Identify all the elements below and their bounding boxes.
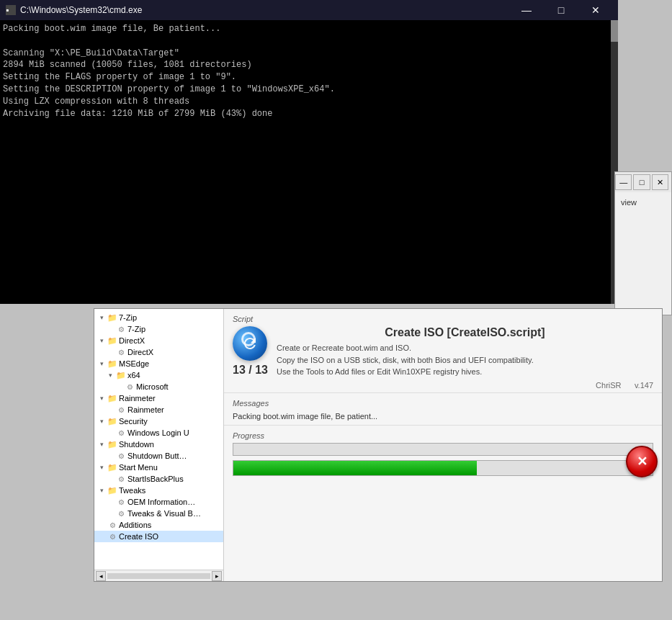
script-section-label: Script	[233, 315, 653, 323]
refresh-icon	[241, 335, 259, 352]
tree-label-rainmeter: Rainmeter	[119, 394, 156, 403]
toggle-createiso	[97, 532, 106, 541]
gear-icon-oem: ⚙	[116, 497, 126, 507]
tree-item-windows-login[interactable]: ⚙ Windows Login U	[94, 427, 223, 439]
toggle-shutdown: ▾	[97, 440, 106, 449]
cmd-titlebar: ▪ C:\Windows\System32\cmd.exe — □ ✕	[0, 0, 618, 20]
script-author: ChriSR v.147	[277, 381, 653, 390]
tree-label-7zip: 7-Zip	[119, 313, 137, 322]
progress-label: Progress	[233, 431, 653, 440]
folder-icon-security: 📁	[107, 416, 117, 426]
tree-label-security: Security	[119, 417, 148, 426]
messages-section: Messages Packing boot.wim image file, Be…	[224, 393, 662, 426]
tree-item-security[interactable]: ▾ 📁 Security	[94, 415, 223, 427]
tree-item-shutdown[interactable]: ▾ 📁 Shutdown	[94, 439, 223, 450]
tree-label-directx-child: DirectX	[127, 348, 153, 356]
progress-bar-1-container	[233, 443, 653, 456]
script-text-3: Use the Tools to Add files or Edit Win10…	[277, 366, 653, 378]
tree-label-shutdown-btn: Shutdown Butt…	[127, 451, 187, 460]
tree-item-7zip-child[interactable]: ⚙ 7-Zip	[94, 323, 223, 335]
tree-item-additions[interactable]: ⚙ Additions	[94, 519, 223, 531]
cmd-output: Packing boot.wim image file, Be patient.…	[3, 23, 615, 120]
tree-item-7zip[interactable]: ▾ 📁 7-Zip	[94, 312, 223, 323]
folder-icon-msedge: 📁	[107, 359, 117, 369]
tree-item-startisback[interactable]: ⚙ StartIsBackPlus	[94, 473, 223, 485]
folder-icon-7zip: 📁	[107, 313, 117, 323]
tree-item-startmenu[interactable]: ▾ 📁 Start Menu	[94, 462, 223, 473]
tree-hscrollbar: ◂ ▸	[94, 570, 223, 581]
cmd-line-7: Using LZX compression with 8 threads	[3, 96, 606, 108]
gear-icon-microsoft: ⚙	[125, 382, 135, 392]
tree-item-directx[interactable]: ▾ 📁 DirectX	[94, 335, 223, 346]
toggle-directx-child	[106, 348, 115, 356]
folder-icon-tweaks: 📁	[107, 485, 117, 495]
tree-item-rainmeter-child[interactable]: ⚙ Rainmeter	[94, 404, 223, 415]
tree-item-tweaks-visual[interactable]: ⚙ Tweaks & Visual B…	[94, 508, 223, 519]
cmd-line-6: Setting the DESCRIPTION property of imag…	[3, 84, 606, 96]
progress-section: Progress ✕	[224, 426, 662, 482]
gear-icon-startisback: ⚙	[116, 474, 126, 484]
toggle-rainmeter-child	[106, 405, 115, 414]
cmd-minimize-button[interactable]: —	[510, 0, 543, 20]
toggle-tweaks-visual	[106, 509, 115, 518]
folder-icon-x64: 📁	[116, 370, 126, 380]
cmd-scrollbar-thumb	[611, 20, 618, 42]
tree-label-shutdown: Shutdown	[119, 440, 154, 449]
script-header: Script 13 / 13 Create ISO [CreateISO.scr…	[224, 309, 662, 393]
tree-label-startisback: StartIsBackPlus	[127, 475, 184, 483]
toggle-oem	[106, 498, 115, 506]
toggle-security: ▾	[97, 417, 106, 426]
tree-label-x64: x64	[127, 371, 140, 379]
cmd-close-button[interactable]: ✕	[579, 0, 612, 20]
cmd-line-4: 2894 MiB scanned (10050 files, 1081 dire…	[3, 59, 606, 71]
bg-view-text: view	[621, 198, 637, 207]
bg-maximize-button[interactable]: □	[633, 174, 650, 190]
toggle-directx: ▾	[97, 336, 106, 345]
script-text-2: Copy the ISO on a USB stick, disk, with …	[277, 354, 653, 367]
progress-bar-2-fill	[233, 461, 477, 475]
bg-minimize-button[interactable]: —	[615, 174, 632, 190]
folder-icon-rainmeter: 📁	[107, 393, 117, 403]
toggle-startmenu: ▾	[97, 463, 106, 472]
gear-icon-shutdown: ⚙	[116, 451, 126, 461]
cmd-icon: ▪	[6, 5, 16, 15]
right-panel: Script 13 / 13 Create ISO [CreateISO.scr…	[224, 309, 662, 581]
cmd-maximize-button[interactable]: □	[545, 0, 578, 20]
toggle-windows-login	[106, 428, 115, 437]
folder-icon-startmenu: 📁	[107, 462, 117, 472]
script-version: v.147	[635, 381, 653, 390]
tree-label-additions: Additions	[119, 521, 151, 529]
script-icon-area: 13 / 13	[233, 326, 268, 377]
folder-icon-directx: 📁	[107, 336, 117, 346]
tree-item-shutdown-btn[interactable]: ⚙ Shutdown Butt…	[94, 450, 223, 462]
toggle-startisback	[106, 475, 115, 483]
bg-close-button[interactable]: ✕	[652, 174, 668, 190]
gear-icon-tweaks-visual: ⚙	[116, 508, 126, 518]
tree-label-createiso: Create ISO	[119, 532, 158, 541]
tree-label-msedge: MSEdge	[119, 359, 149, 368]
toggle-tweaks: ▾	[97, 486, 106, 495]
cmd-controls: — □ ✕	[510, 0, 612, 20]
toggle-additions	[97, 521, 106, 529]
tree-item-tweaks[interactable]: ▾ 📁 Tweaks	[94, 485, 223, 496]
tree-item-createiso[interactable]: ⚙ Create ISO	[94, 531, 223, 542]
tree-item-msedge[interactable]: ▾ 📁 MSEdge	[94, 358, 223, 369]
tree-label-tweaks-visual: Tweaks & Visual B…	[127, 509, 201, 518]
tree-scroll-left-button[interactable]: ◂	[96, 571, 106, 581]
tree-item-oem[interactable]: ⚙ OEM Information…	[94, 496, 223, 508]
tree-item-directx-child[interactable]: ⚙ DirectX	[94, 346, 223, 358]
tree-item-microsoft[interactable]: ⚙ Microsoft	[94, 381, 223, 392]
gear-icon-rainmeter: ⚙	[116, 405, 126, 415]
script-info: 13 / 13 Create ISO [CreateISO.script] Cr…	[233, 326, 653, 390]
cancel-button[interactable]: ✕	[626, 446, 658, 477]
gear-icon-7zip: ⚙	[116, 324, 126, 334]
toggle-msedge: ▾	[97, 359, 106, 368]
script-text-1: Create or Recreate boot.wim and ISO.	[277, 342, 653, 354]
tree-scroll-right-button[interactable]: ▸	[212, 571, 222, 581]
tree-item-rainmeter[interactable]: ▾ 📁 Rainmeter	[94, 392, 223, 404]
cancel-icon: ✕	[637, 455, 648, 468]
tree-item-x64[interactable]: ▾ 📁 x64	[94, 369, 223, 381]
bg-window: — □ ✕ view	[614, 171, 672, 315]
tree-panel: ▾ 📁 7-Zip ⚙ 7-Zip ▾ 📁 DirectX ⚙ DirectX	[94, 309, 224, 581]
tree-label-windows-login: Windows Login U	[127, 428, 189, 437]
